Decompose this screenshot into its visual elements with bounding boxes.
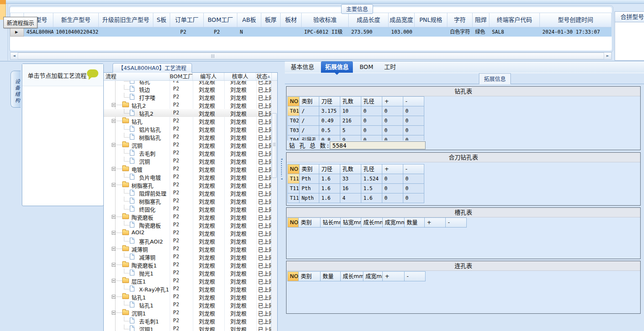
table-column-header[interactable]: NO [288, 97, 300, 106]
table-column-header[interactable]: + [382, 97, 403, 106]
column-header[interactable]: 阻焊 [473, 13, 489, 27]
column-header[interactable]: S板 [153, 13, 170, 27]
tree-expander-icon[interactable] [112, 167, 116, 171]
flow-column-header[interactable]: 状态▲ [256, 73, 272, 80]
table-row[interactable]: T01/3.17510000 [288, 106, 424, 116]
flow-column-header[interactable]: 编写人 [193, 73, 224, 80]
table-row[interactable]: T11Npth1.641.600 [288, 193, 424, 203]
table-column-header[interactable]: 孔径 [361, 164, 382, 174]
column-header[interactable]: PNL规格 [415, 13, 447, 27]
process-row[interactable]: 树脂塞孔P2刘龙根刘龙根已上网 [104, 197, 271, 205]
vertical-splitter[interactable]: ◄◄ [280, 157, 283, 178]
process-row[interactable]: X-Ray冲孔1P2刘龙根刘龙根已上网 [104, 285, 271, 293]
column-header[interactable]: 板材 [281, 13, 302, 27]
table-column-header[interactable]: 成长mm [341, 272, 363, 281]
horizontal-scrollbar[interactable]: ◄ ► [10, 52, 612, 60]
table-row[interactable]: T04引导孔0.89000 [288, 135, 424, 140]
table-column-header[interactable]: + [425, 218, 446, 228]
column-header[interactable]: BOM工厂 [204, 13, 237, 27]
column-header[interactable]: 验收标准 [302, 13, 349, 27]
table-column-header[interactable]: NO [288, 164, 300, 174]
main-grid-row[interactable]: ▶4SAL800HA010010400220432P2P2NIPC-6012 I… [10, 27, 612, 37]
process-row[interactable]: 钻孔1P2刘龙根刘龙根已上网 [104, 301, 271, 309]
table-column-header[interactable]: - [403, 164, 424, 174]
process-row[interactable]: 铣边P2刘龙根刘龙根已上网 [104, 85, 271, 93]
column-header[interactable]: 升级前旧生产型号 [99, 13, 153, 27]
table-column-header[interactable]: 类别 [299, 272, 321, 281]
table-column-header[interactable]: 成宽mm [363, 272, 383, 281]
column-header[interactable]: AB板 [237, 13, 261, 27]
tree-expander-icon[interactable] [112, 103, 116, 107]
process-row[interactable]: 减薄铜P2刘龙根刘龙根已上网 [104, 245, 271, 253]
tree-expander-icon[interactable] [112, 247, 116, 251]
tree-expander-icon[interactable] [112, 231, 116, 235]
table-column-header[interactable]: 刀径 [319, 97, 340, 106]
table-row[interactable]: T03/0.55000 [288, 126, 424, 135]
table-column-header[interactable]: - [403, 97, 424, 106]
tree-expander-icon[interactable] [112, 295, 116, 299]
process-row[interactable]: 终固化P2刘龙根刘龙根已上网 [104, 205, 271, 213]
process-row[interactable]: 层压1P2刘龙根刘龙根已上网 [104, 277, 271, 285]
process-row[interactable]: 铝片钻孔P2刘龙根刘龙根已上网 [104, 125, 271, 133]
process-row[interactable]: 陶瓷磨板1P2刘龙根刘龙根已上网 [104, 261, 271, 269]
table-row[interactable]: T11Pth1.6331.52400 [288, 174, 424, 184]
process-row[interactable]: 钻孔1P2刘龙根刘龙根已上网 [104, 293, 271, 301]
column-header[interactable]: 新生产型号 [53, 13, 99, 27]
tree-expander-icon[interactable] [112, 279, 116, 283]
table-column-header[interactable]: 类别 [300, 97, 319, 106]
process-row[interactable]: 钻孔2P2刘龙根刘龙根已上网 [104, 101, 271, 109]
column-header[interactable]: 成品宽度 [389, 13, 415, 27]
process-row[interactable]: 陶瓷磨板P2刘龙根刘龙根已上网 [104, 213, 271, 221]
process-row[interactable]: 沉铜P2刘龙根刘龙根已上网 [104, 157, 271, 165]
table-column-header[interactable]: 类别 [299, 218, 321, 228]
tree-scrollbar-thumb[interactable] [272, 113, 277, 178]
column-header[interactable]: 成品长度 [349, 13, 389, 27]
table-column-header[interactable]: 数量 [405, 218, 425, 228]
table-column-header[interactable]: + [382, 164, 403, 174]
tab-extended-info-label[interactable]: 拓展信息 [479, 73, 511, 84]
table-column-header[interactable]: 成长mm [361, 218, 383, 228]
table-column-header[interactable]: NO [288, 218, 299, 228]
column-header[interactable]: 型号创建时间 [540, 13, 612, 27]
process-row[interactable]: 去毛刺P2刘龙根刘龙根已上网 [104, 149, 271, 157]
table-column-header[interactable]: 孔径 [361, 97, 382, 106]
process-row[interactable]: 阻焊前处理P2刘龙根刘龙根已上网 [104, 189, 271, 197]
process-row[interactable]: 负片电镀P2刘龙根刘龙根已上网 [104, 173, 271, 181]
table-column-header[interactable]: NO [288, 272, 299, 281]
process-row[interactable]: 抛光1P2刘龙根刘龙根已上网 [104, 269, 271, 277]
process-row[interactable]: 沉铜1P2刘龙根刘龙根已上网 [104, 309, 271, 317]
table-row[interactable]: T02/0.49216000 [288, 116, 424, 126]
process-row[interactable]: 钻孔P2刘龙根刘龙根已上网 [104, 117, 271, 125]
flow-column-header[interactable]: 核审人 [224, 73, 256, 80]
drill-total-input[interactable]: 5584 [330, 141, 426, 149]
tab-main-info[interactable]: 主要信息 [341, 4, 373, 14]
process-row[interactable]: 打字喽P2刘龙根刘龙根已上网 [104, 93, 271, 101]
tree-vertical-scrollbar[interactable]: ▲ [271, 73, 277, 331]
tree-expander-icon[interactable] [112, 215, 116, 219]
tab-BOM[interactable]: BOM [355, 61, 377, 73]
process-row[interactable]: 电镀P2刘龙根刘龙根已上网 [104, 165, 271, 173]
tab-拓展信息[interactable]: 拓展信息 [321, 61, 353, 73]
flow-column-header[interactable]: BOM工厂 [170, 73, 193, 80]
scrollbar-thumb[interactable] [18, 53, 604, 59]
table-column-header[interactable]: 刀径 [319, 164, 340, 174]
table-column-header[interactable]: 钻长mm [321, 218, 341, 228]
table-column-header[interactable]: + [383, 272, 405, 281]
process-row[interactable]: 陶瓷磨板P2刘龙根刘龙根已上网 [104, 221, 271, 229]
tree-expander-icon[interactable] [112, 263, 116, 267]
table-column-header[interactable]: 成宽mm [383, 218, 405, 228]
tree-expander-icon[interactable] [112, 183, 116, 187]
tab-process-flow[interactable]: 【4SAL800HA0】工艺流程 [113, 63, 192, 73]
scroll-left-button[interactable]: ◄ [11, 53, 18, 59]
scroll-right-button[interactable]: ► [604, 53, 611, 59]
process-row[interactable]: 去毛刺1P2刘龙根刘龙根已上网 [104, 317, 271, 325]
tab-工时[interactable]: 工时 [380, 61, 400, 73]
tab-基本信息[interactable]: 基本信息 [287, 61, 318, 73]
tab-device-structure[interactable]: 设备结构 [11, 71, 21, 108]
process-row[interactable]: 树脂钻孔P2刘龙根刘龙根已上网 [104, 133, 271, 141]
table-column-header[interactable]: - [446, 218, 467, 228]
column-header[interactable]: 字符 [447, 13, 473, 27]
table-column-header[interactable]: 孔数 [340, 97, 361, 106]
process-row[interactable]: AOI2P2刘龙根刘龙根已上网 [104, 229, 271, 237]
process-row[interactable]: 沉铜1P2刘龙根刘龙根已上网 [104, 325, 271, 331]
